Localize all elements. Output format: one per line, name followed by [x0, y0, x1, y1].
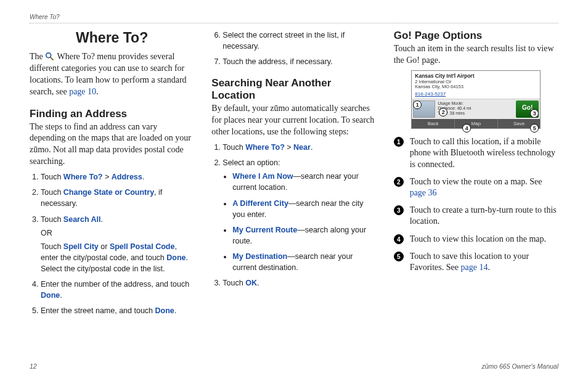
device-screenshot: Kansas City Int'l Airport 2 Internationa…: [411, 70, 541, 129]
finding-intro: The steps to find an address can vary de…: [30, 121, 194, 168]
badge-5: 5: [394, 252, 404, 261]
shot-info: Usage Mode:Distance: 40.4 miTime: 38 min…: [436, 99, 515, 119]
shot-title: Kansas City Int'l Airport: [412, 71, 540, 80]
finding-step-5: Enter the street name, and touch Done.: [41, 305, 194, 316]
page-title: Where To?: [30, 30, 194, 46]
column-2: Select the correct street in the list, i…: [211, 30, 376, 321]
shot-back: Back: [412, 119, 455, 128]
go-numbered-list: 1Touch to call this location, if a mobil…: [394, 136, 558, 273]
near-steps: Touch Where To? > Near. Select an option…: [211, 142, 376, 289]
callout-5: 5: [530, 124, 539, 133]
content-columns: Where To? The Where To? menu provides se…: [30, 30, 558, 321]
near-step-2: Select an option: Where I Am Now—search …: [223, 157, 376, 273]
finding-step-4: Enter the number of the address, and tou…: [41, 279, 194, 301]
finding-step-1: Touch Where To? > Address.: [41, 171, 194, 182]
intro-pre: The: [30, 52, 45, 61]
link-page-14[interactable]: page 14: [460, 263, 488, 272]
shot-phone: 816-243-5237: [412, 91, 540, 99]
go-item-2: 2Touch to view the route on a map. See p…: [394, 176, 558, 199]
near-heading: Searching Near Another Location: [211, 77, 376, 102]
go-item-3: 3Touch to create a turn-by-turn route to…: [394, 205, 558, 227]
shot-addr: 2 International CirKansas City, MO 64153: [412, 80, 540, 91]
finding-step-7: Touch the address, if necessary.: [223, 56, 376, 67]
finding-heading: Finding an Address: [30, 108, 194, 120]
near-opt-2: A Different City—search near the city yo…: [232, 198, 376, 220]
callout-2: 2: [439, 108, 447, 117]
shot-mid: Usage Mode:Distance: 40.4 miTime: 38 min…: [412, 99, 540, 119]
intro-paragraph: The Where To? menu provides several diff…: [30, 51, 194, 98]
near-step-1: Touch Where To? > Near.: [223, 142, 376, 153]
near-step-3: Touch OK.: [223, 277, 376, 289]
near-opt-3: My Current Route—search along your route…: [232, 224, 376, 247]
page-number: 12: [30, 363, 37, 370]
badge-2: 2: [394, 177, 404, 187]
near-opt-1: Where I Am Now—search near your current …: [232, 171, 376, 193]
go-item-4: 4Touch to view this location on the map.: [394, 234, 558, 245]
badge-4: 4: [394, 234, 404, 244]
callout-3: 3: [530, 109, 539, 118]
finding-steps: Touch Where To? > Address. Touch Change …: [30, 171, 194, 316]
callout-4: 4: [462, 124, 471, 133]
link-page-10[interactable]: page 10: [69, 87, 96, 96]
shot-bottom-bar: Back Map Save: [412, 119, 540, 128]
finding-step-3: Touch Search All. OR Touch Spell City or…: [41, 214, 194, 275]
near-opt-4: My Destination—search near your current …: [232, 251, 376, 273]
footer: 12 zūmo 665 Owner's Manual: [30, 363, 558, 370]
svg-line-1: [51, 57, 53, 60]
manual-name: zūmo 665 Owner's Manual: [481, 363, 558, 370]
shot-map: Map: [455, 119, 498, 128]
go-intro: Touch an item in the search results list…: [394, 43, 558, 67]
badge-3: 3: [394, 205, 404, 215]
near-intro: By default, your zūmo automatically sear…: [211, 103, 376, 138]
callout-1: 1: [413, 100, 422, 109]
column-1: Where To? The Where To? menu provides se…: [30, 30, 194, 321]
column-3: Go! Page Options Touch an item in the se…: [394, 30, 558, 321]
go-item-5: 5Touch to save this location to your Fav…: [394, 251, 558, 273]
magnifier-icon: [45, 52, 54, 60]
near-options: Where I Am Now—search near your current …: [223, 171, 376, 273]
finding-step-2: Touch Change State or Country, if necess…: [41, 187, 194, 209]
finding-step-6: Select the correct street in the list, i…: [223, 30, 376, 52]
or-text: OR: [41, 227, 194, 239]
go-heading: Go! Page Options: [394, 30, 558, 42]
link-page-36[interactable]: page 36: [410, 188, 437, 197]
go-item-1: 1Touch to call this location, if a mobil…: [394, 136, 558, 170]
badge-1: 1: [394, 137, 404, 147]
intro-tail: .: [96, 87, 99, 96]
breadcrumb: Where To?: [30, 14, 558, 23]
finding-steps-cont: Select the correct street in the list, i…: [211, 30, 376, 67]
